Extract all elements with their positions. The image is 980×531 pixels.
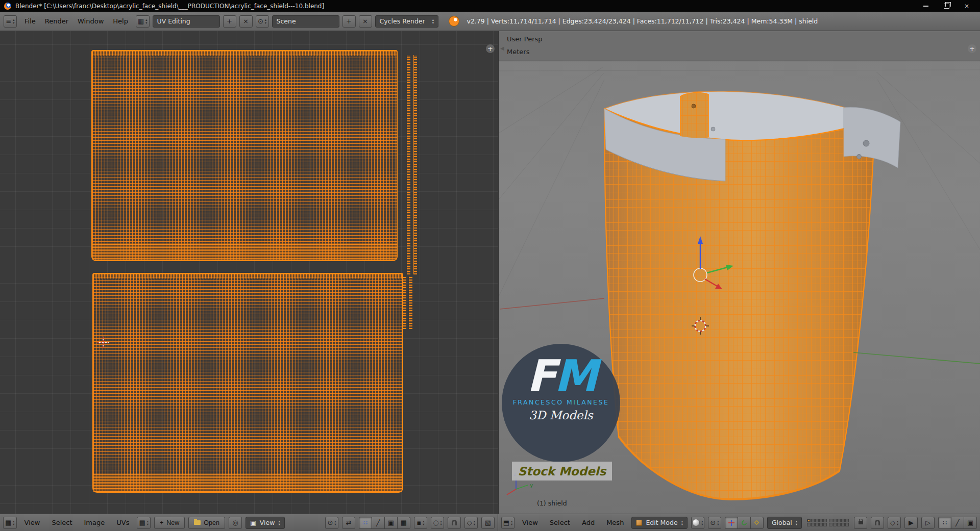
screen-layout-icon-button[interactable]: ▦▴▾	[136, 15, 150, 28]
uv-menu-image[interactable]: Image	[80, 519, 109, 526]
manipulator-rotate-button[interactable]	[738, 517, 751, 529]
uv-editor-type-selector[interactable]: ▦▴▾	[3, 517, 17, 529]
region-collapse-icon[interactable]: ◀	[500, 45, 504, 51]
uv-mode-dropdown[interactable]: ▣ View ▴▾	[246, 517, 285, 529]
uv-sync-selection-button[interactable]: ⇄	[342, 517, 355, 529]
uv-region-expand-icon[interactable]: +	[486, 44, 495, 53]
restore-button[interactable]	[937, 1, 955, 11]
band-hole	[711, 127, 715, 131]
uv-draw-other-objects-button[interactable]: ▧	[481, 517, 495, 529]
image-new-button[interactable]: +New	[154, 517, 185, 529]
uv-face-select-button[interactable]: ▣	[384, 517, 398, 529]
vertex-select-button[interactable]: ∷	[938, 517, 951, 529]
uv-strip[interactable]	[407, 55, 410, 274]
uv-island-select-button[interactable]: ▦	[397, 517, 410, 529]
add-scene-button[interactable]: +	[342, 15, 356, 28]
uv-strip[interactable]	[409, 276, 412, 329]
uv-snap-element-dropdown[interactable]: ◇▴▾	[464, 517, 478, 529]
layer-toggle[interactable]	[807, 523, 811, 526]
layer-toggle[interactable]	[833, 523, 837, 526]
uv-editor-header: ▦▴▾ View Select Image UVs ▤▴▾ +New Open …	[0, 514, 498, 531]
uv-island-secondary[interactable]	[92, 273, 403, 493]
menu-help[interactable]: Help	[108, 17, 133, 25]
info-editor-type-selector[interactable]: ≡▴▾	[4, 15, 17, 28]
sticky-selection-dropdown[interactable]: ▪▴▾	[414, 517, 427, 529]
layer-toggle[interactable]	[841, 519, 845, 522]
vp-menu-select[interactable]: Select	[546, 519, 574, 526]
uv-strip[interactable]	[403, 276, 406, 329]
scene-dropdown[interactable]: Scene	[272, 15, 339, 28]
layer-toggle[interactable]	[823, 519, 827, 522]
layer-toggle[interactable]	[845, 519, 849, 522]
uv-editor-canvas[interactable]: +	[0, 31, 498, 514]
manipulator-scale-button[interactable]	[750, 517, 764, 529]
viewport-region-expand-icon[interactable]: +	[968, 44, 976, 53]
edge-select-button[interactable]: ╱	[951, 517, 964, 529]
uv-vertex-select-button[interactable]: ∷	[359, 517, 372, 529]
uv-menu-select[interactable]: Select	[47, 519, 76, 526]
layer-toggle[interactable]	[819, 519, 823, 522]
delete-layout-button[interactable]: ×	[239, 15, 253, 28]
pivot-center-dropdown[interactable]: ⊙▴▾	[708, 517, 721, 529]
snap-magnet-button[interactable]	[871, 517, 884, 529]
layer-toggle[interactable]	[833, 519, 837, 522]
layer-toggle[interactable]	[807, 519, 811, 522]
watermark-name: FRANCESCO MILANESE	[513, 398, 609, 406]
watermark-initials: FM	[527, 355, 595, 397]
render-engine-value: Cycles Render	[380, 17, 425, 25]
shading-sphere-icon	[692, 519, 700, 526]
mesh-tab-wire	[680, 93, 708, 138]
scene-lock-button[interactable]	[854, 517, 867, 529]
add-layout-button[interactable]: +	[223, 15, 236, 28]
3d-viewport-canvas[interactable]: z y User Persp Meters (1) shield ◀ + FM …	[498, 31, 980, 514]
scene-icon-button[interactable]: ⊙▴▾	[256, 15, 269, 28]
delete-scene-button[interactable]: ×	[359, 15, 372, 28]
screen-layout-dropdown[interactable]: UV Editing	[153, 15, 220, 28]
minimize-button[interactable]	[917, 1, 935, 11]
viewport-editor-type-selector[interactable]: ⬒▴▾	[501, 517, 514, 529]
uv-island-main[interactable]	[91, 50, 398, 261]
layer-toggle[interactable]	[845, 523, 849, 526]
layer-toggle[interactable]	[837, 523, 841, 526]
layer-toggle[interactable]	[819, 523, 823, 526]
cylinder-wireframe	[604, 109, 875, 499]
layer-toggle[interactable]	[823, 523, 827, 526]
menu-render[interactable]: Render	[40, 17, 73, 25]
orientation-dropdown[interactable]: Global ▴▾	[767, 517, 802, 529]
layer-toggle[interactable]	[815, 519, 819, 522]
image-browse-dropdown[interactable]: ▤▴▾	[137, 517, 151, 529]
uv-strip[interactable]	[413, 55, 417, 274]
layer-toggle[interactable]	[811, 519, 815, 522]
face-select-button[interactable]: ▣	[964, 517, 977, 529]
vp-menu-mesh[interactable]: Mesh	[602, 519, 628, 526]
uv-menu-uvs[interactable]: UVs	[112, 519, 133, 526]
snap-element-dropdown[interactable]: ◇▴▾	[888, 517, 901, 529]
opengl-render-button[interactable]: ▶	[904, 517, 918, 529]
layer-toggle[interactable]	[829, 523, 832, 526]
uv-edge-select-button[interactable]: ╱	[372, 517, 385, 529]
layer-toggle[interactable]	[811, 523, 815, 526]
mode-dropdown[interactable]: Edit Mode ▴▾	[631, 517, 688, 529]
layer-toggle[interactable]	[815, 523, 819, 526]
uv-menu-view[interactable]: View	[20, 519, 44, 526]
uv-pivot-dropdown[interactable]: ⊙▴▾	[325, 517, 338, 529]
image-open-button[interactable]: Open	[188, 517, 225, 529]
edit-mode-icon	[636, 520, 642, 526]
close-button[interactable]: ×	[958, 1, 976, 11]
viewport-shading-dropdown[interactable]: ▴▾	[691, 517, 704, 529]
menu-window[interactable]: Window	[73, 17, 108, 25]
window-title: Blender* [C:\Users\franc\Desktop\acrylic…	[15, 3, 324, 10]
manipulator-translate-button[interactable]	[725, 517, 738, 529]
proportional-edit-dropdown[interactable]: ◌▴▾	[431, 517, 444, 529]
layer-toggle[interactable]	[841, 523, 845, 526]
layer-toggle[interactable]	[829, 519, 832, 522]
layer-toggle[interactable]	[837, 519, 841, 522]
vp-menu-view[interactable]: View	[518, 519, 542, 526]
pin-button[interactable]: ◎	[229, 517, 242, 529]
uv-2d-cursor[interactable]	[97, 337, 109, 348]
menu-file[interactable]: File	[20, 17, 40, 25]
render-engine-dropdown[interactable]: Cycles Render ▴▾	[375, 15, 438, 28]
vp-menu-add[interactable]: Add	[578, 519, 599, 526]
uv-snap-magnet-button[interactable]	[448, 517, 461, 529]
opengl-render-anim-button[interactable]: ▷	[921, 517, 935, 529]
